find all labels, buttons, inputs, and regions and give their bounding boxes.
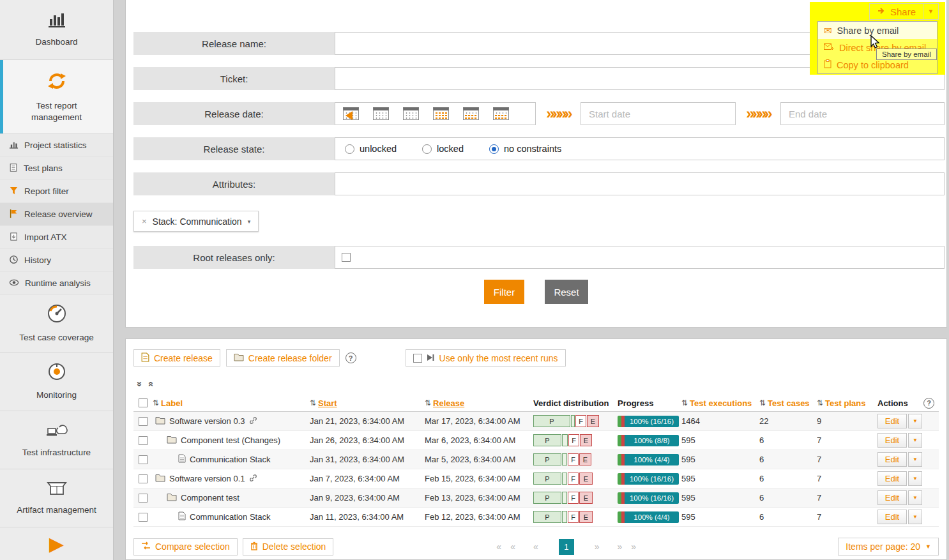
- release-label[interactable]: Software version 0.3: [169, 416, 245, 426]
- chevron-down-icon[interactable]: ▾: [248, 218, 251, 225]
- remove-tag-icon[interactable]: ×: [142, 216, 147, 226]
- table-row[interactable]: Component test (Changes) Jan 26, 2023, 6…: [133, 431, 939, 450]
- filter-button[interactable]: Filter: [484, 280, 524, 304]
- row-checkbox[interactable]: [139, 436, 148, 445]
- items-per-page-button[interactable]: Items per page: 20 ▼: [838, 538, 939, 556]
- help-icon[interactable]: ?: [345, 352, 356, 363]
- first-page-icon[interactable]: «: [496, 541, 501, 552]
- recent-runs-toggle[interactable]: Use only the most recent runs: [406, 349, 566, 367]
- edit-caret-button[interactable]: ▼: [908, 471, 922, 486]
- table-row[interactable]: Software version 0.3 Jan 21, 2023, 6:34:…: [133, 412, 939, 431]
- sort-icon[interactable]: ⇅: [681, 398, 688, 407]
- table-row[interactable]: Component test Jan 9, 2023, 6:34:00 AM F…: [133, 488, 939, 508]
- row-checkbox[interactable]: [139, 455, 148, 464]
- edit-button[interactable]: Edit: [877, 452, 907, 467]
- radio-locked[interactable]: locked: [422, 144, 464, 154]
- row-checkbox[interactable]: [139, 513, 148, 522]
- sidebar-item-test-report-management[interactable]: Test report management: [0, 60, 113, 134]
- release-label[interactable]: Communication Stack: [190, 512, 270, 522]
- fast-forward-icon[interactable]: »»»»: [736, 102, 780, 125]
- link-icon[interactable]: [249, 416, 257, 427]
- sidebar-item-import-atx[interactable]: Import ATX: [0, 226, 113, 249]
- calendar-week-icon[interactable]: [493, 107, 509, 120]
- sort-icon[interactable]: ⇅: [310, 398, 316, 407]
- share-button[interactable]: Share: [869, 3, 923, 20]
- header-test-executions[interactable]: Test executions: [690, 398, 752, 408]
- start-date-input[interactable]: [581, 102, 736, 125]
- header-test-plans[interactable]: Test plans: [825, 398, 865, 408]
- header-release[interactable]: Release: [433, 398, 464, 408]
- calendar-icon[interactable]: [403, 107, 419, 120]
- sidebar-item-artifact-management[interactable]: Artifact management: [0, 469, 113, 527]
- sort-icon[interactable]: ⇅: [153, 398, 159, 407]
- prev-group-icon[interactable]: «: [510, 541, 515, 552]
- header-label[interactable]: Label: [161, 398, 183, 408]
- end-date-input[interactable]: [780, 102, 945, 125]
- sidebar-item-test-plans[interactable]: Test plans: [0, 157, 113, 180]
- sidebar-item-monitoring[interactable]: Monitoring: [0, 353, 113, 411]
- expand-all-icon[interactable]: «: [147, 381, 156, 386]
- sort-icon[interactable]: ⇅: [759, 398, 766, 407]
- collapse-all-icon[interactable]: »: [135, 381, 145, 386]
- header-test-cases[interactable]: Test cases: [768, 398, 810, 408]
- row-checkbox[interactable]: [139, 474, 148, 483]
- sidebar-item-dashboard[interactable]: Dashboard: [0, 0, 113, 60]
- fast-forward-icon[interactable]: »»»»: [536, 102, 581, 125]
- share-caret-button[interactable]: ▼: [923, 3, 939, 20]
- help-icon[interactable]: ?: [923, 398, 934, 409]
- edit-caret-button[interactable]: ▼: [908, 414, 922, 428]
- current-page[interactable]: 1: [559, 539, 574, 555]
- header-start[interactable]: Start: [318, 398, 337, 408]
- next-page-icon[interactable]: »: [595, 541, 600, 552]
- release-label[interactable]: Component test: [181, 493, 239, 503]
- edit-button[interactable]: Edit: [877, 414, 907, 428]
- edit-button[interactable]: Edit: [877, 510, 907, 524]
- radio-unlocked[interactable]: unlocked: [345, 144, 397, 154]
- table-row[interactable]: Communication Stack Jan 31, 2023, 6:34:0…: [133, 450, 939, 469]
- release-label[interactable]: Component test (Changes): [181, 435, 280, 445]
- root-releases-checkbox[interactable]: [342, 253, 351, 262]
- delete-selection-button[interactable]: Delete selection: [243, 538, 334, 556]
- attribute-tag-stack-communication[interactable]: × Stack: Communication ▾: [133, 211, 259, 232]
- radio-no-constraints[interactable]: no constraints: [489, 144, 561, 154]
- create-release-folder-button[interactable]: Create release folder: [226, 349, 340, 367]
- calendar-week-icon[interactable]: [463, 107, 479, 120]
- edit-caret-button[interactable]: ▼: [908, 490, 922, 505]
- sync-icon: [46, 70, 68, 94]
- next-group-icon[interactable]: »: [618, 541, 623, 552]
- edit-caret-button[interactable]: ▼: [908, 452, 922, 467]
- sidebar-item-test-case-coverage[interactable]: Test case coverage: [0, 295, 113, 353]
- calendar-back-icon[interactable]: [343, 107, 359, 120]
- table-row[interactable]: Communication Stack Jan 11, 2023, 6:34:0…: [133, 508, 939, 527]
- release-label[interactable]: Software version 0.1: [169, 474, 245, 483]
- edit-caret-button[interactable]: ▼: [908, 433, 922, 448]
- sidebar-item-history[interactable]: History: [0, 249, 113, 272]
- sidebar-item-project-statistics[interactable]: Project statistics: [0, 134, 113, 157]
- calendar-month-icon[interactable]: [433, 107, 449, 120]
- attributes-input[interactable]: [335, 172, 945, 195]
- edit-button[interactable]: Edit: [877, 490, 907, 505]
- last-page-icon[interactable]: »: [631, 541, 636, 552]
- create-release-button[interactable]: Create release: [133, 349, 220, 367]
- sidebar-item-runtime-analysis[interactable]: Runtime analysis: [0, 272, 113, 295]
- sidebar-item-release-overview[interactable]: Release overview: [0, 203, 113, 226]
- edit-button[interactable]: Edit: [877, 433, 907, 448]
- edit-caret-button[interactable]: ▼: [908, 510, 922, 524]
- recent-runs-checkbox[interactable]: [413, 354, 422, 363]
- sidebar-item-test-infrastructure[interactable]: Test infrastructure: [0, 411, 113, 469]
- edit-button[interactable]: Edit: [877, 471, 907, 486]
- table-row[interactable]: Software version 0.1 Jan 7, 2023, 6:34:0…: [133, 469, 939, 488]
- link-icon[interactable]: [249, 474, 257, 484]
- row-checkbox[interactable]: [139, 494, 148, 503]
- reset-button[interactable]: Reset: [545, 280, 588, 304]
- select-all-checkbox[interactable]: [139, 398, 148, 407]
- sort-icon[interactable]: ⇅: [425, 398, 431, 407]
- sidebar-item-report-filter[interactable]: Report filter: [0, 180, 113, 203]
- row-checkbox[interactable]: [139, 417, 148, 426]
- calendar-icon[interactable]: [373, 107, 389, 120]
- prev-page-icon[interactable]: «: [533, 541, 538, 552]
- release-label[interactable]: Communication Stack: [190, 455, 270, 464]
- sort-icon[interactable]: ⇅: [817, 398, 823, 407]
- compare-selection-button[interactable]: Compare selection: [133, 538, 238, 556]
- play-button[interactable]: ▶: [0, 527, 113, 560]
